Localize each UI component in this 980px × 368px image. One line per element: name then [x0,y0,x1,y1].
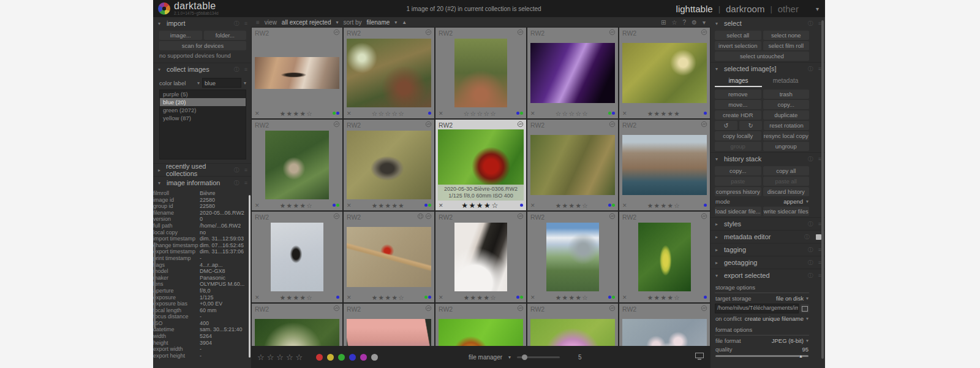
discard-history-button[interactable]: discard history [763,187,810,196]
thumbnail-cell[interactable]: RW2✕★★★★☆ [252,212,342,302]
thumbnail-cell[interactable]: RW2✕☆☆☆☆☆ [344,28,434,118]
rotate-cw-button[interactable]: ↻ [739,121,762,130]
invert-selection-button[interactable]: invert selection [715,41,761,50]
thumbnail-cell[interactable]: RW2✕★★★★☆ [252,120,342,210]
select-panel-header[interactable]: ▾ select ⓘ ≡ [710,17,825,29]
reset-icon[interactable]: ⓘ [804,233,810,241]
thumbnail-cell[interactable]: RW2✕★★★★★ [344,120,434,210]
star-rating[interactable]: ★★★★☆ [263,202,330,209]
photo-pink-thistle[interactable] [530,319,615,346]
collapsed-icon[interactable]: ▸ [715,221,720,227]
reject-icon[interactable]: ✕ [439,202,447,209]
chevron-down-icon[interactable]: ▾ [508,355,511,360]
chevron-down-icon[interactable]: ▾ [244,80,246,86]
styles-panel-header[interactable]: ▸ styles ⓘ ≡ [710,218,825,230]
thumbnail-cell[interactable]: RW2✕★★★★☆ [344,212,434,302]
reset-icon[interactable]: ⓘ [234,66,239,74]
trash-button[interactable]: trash [763,90,810,99]
select-all-button[interactable]: select all [715,31,761,40]
zoom-slider-knob[interactable] [522,355,527,360]
browse-folder-button[interactable] [801,304,809,313]
photo-lizard-grass[interactable] [530,135,615,195]
chevron-down-icon[interactable]: ▾ [806,316,809,321]
copy-button[interactable]: copy... [763,100,810,109]
yellow-color-label-button[interactable] [327,354,334,361]
quality-slider-marker[interactable]: ▲ [799,354,803,358]
photo-white-flowers[interactable] [622,319,707,346]
star-rating[interactable]: ★★★★★ [355,202,421,209]
recent-collections-panel-header[interactable]: ▸ recently used collections ⓘ ≡ [153,164,251,176]
collect-images-panel-header[interactable]: ▾ collect images ⓘ ≡ [153,63,251,75]
star-rating[interactable]: ★★★★☆ [631,294,697,301]
export-selected-panel-header[interactable]: ▾ export selected ⓘ ≡ [710,269,825,282]
sort-by-dropdown[interactable]: filename [367,19,390,26]
write-sidecar-files-button[interactable]: write sidecar files [763,207,810,216]
duplicate-button[interactable]: duplicate [763,110,810,120]
view-tab-other[interactable]: other [778,4,799,14]
thumbnail-cell[interactable]: RW2✕★★★★☆ [619,212,710,302]
star-rating[interactable]: ★★★★☆ [447,201,513,210]
reset-icon[interactable]: ⓘ [808,259,813,267]
photo-dragonfly-twig[interactable] [347,227,431,287]
filter-presets-icon[interactable]: ≡ [256,19,260,26]
compress-history-button[interactable]: compress history [715,187,761,196]
sort-direction-icon[interactable]: ▲ [402,20,407,25]
star-rating[interactable]: ★★★★☆ [631,202,697,209]
views-menu-caret-icon[interactable]: ▾ [816,6,819,12]
paste-all-button[interactable]: paste all [763,177,810,186]
thumbnail-cell[interactable]: RW2✕★★★★★ [619,28,710,118]
thumbnail-cell[interactable]: RW2✕☆☆☆☆☆ [435,28,526,118]
green-color-label-button[interactable] [338,354,345,361]
photo-garden-ornament[interactable] [347,39,431,107]
reset-rotation-button[interactable]: reset rotation [764,121,809,130]
star-rating[interactable]: ★★★★★ [631,110,697,117]
star-rating[interactable]: ☆☆☆☆☆ [355,110,421,117]
star-rating[interactable]: ★★★★☆ [539,294,605,301]
tagging-panel-header[interactable]: ▸ tagging ⓘ ≡ [710,243,825,256]
reset-icon[interactable]: ⓘ [808,20,813,28]
photo-mossy-stone[interactable] [255,319,339,346]
reject-icon[interactable]: ✕ [530,110,539,117]
chevron-down-icon[interactable]: ▾ [336,20,338,25]
star-rating[interactable]: ☆☆☆☆☆ [447,110,513,117]
thumbnail-cell[interactable]: RW2✕★★★★☆ [527,120,618,210]
red-color-label-button[interactable] [316,354,323,361]
collapsed-icon[interactable]: ▸ [715,247,720,253]
blue-color-label-button[interactable] [349,354,356,361]
expander-icon[interactable]: ▾ [158,180,163,186]
view-filter-dropdown[interactable]: all except rejected [282,19,331,26]
reject-icon[interactable]: ✕ [530,294,539,301]
reject-icon[interactable]: ✕ [530,202,539,209]
chevron-down-icon[interactable]: ▾ [394,20,397,25]
expander-icon[interactable]: ▾ [158,67,163,72]
reject-icon[interactable]: ✕ [622,110,631,117]
layout-mode-dropdown[interactable]: file manager [469,354,502,361]
import-image-button[interactable]: image... [159,31,202,40]
reject-icon[interactable]: ✕ [255,202,263,209]
star-rating[interactable]: ★★★★☆ [539,202,605,209]
history-mode-dropdown[interactable]: append [783,198,803,205]
photo-yellow-orchid[interactable] [638,223,691,291]
metadata-editor-panel-header[interactable]: ▸ metadata editor ⓘ [710,231,825,243]
history-stack-panel-header[interactable]: ▾ history stack ⓘ ≡ [710,153,825,165]
thumbnail-cell[interactable]: RW2✕★★★★☆ [619,120,710,210]
presets-icon[interactable]: ≡ [244,20,247,26]
move-button[interactable]: move... [715,100,761,109]
reset-icon[interactable]: ⓘ [808,155,813,163]
chevron-down-icon[interactable]: ▾ [197,80,200,86]
load-sidecar-file-button[interactable]: load sidecar file... [715,207,761,216]
reset-icon[interactable]: ⓘ [808,272,813,280]
selected-images-panel-header[interactable]: ▾ selected image[s] ⓘ ≡ [710,63,825,75]
thumbnail-cell[interactable]: RW22020-05-30-Bièvre-0306.RW21/125 f/8,0… [435,120,526,210]
star-rating[interactable]: ★★★★☆ [447,294,513,301]
ungroup-button[interactable]: ungroup [763,142,810,151]
import-folder-button[interactable]: folder... [204,31,247,40]
photo-aerial-house[interactable] [265,131,329,199]
photo-bird-sky[interactable] [271,223,323,291]
metadata-list-icon[interactable] [816,234,821,240]
gray-color-label-button[interactable] [371,354,378,361]
presets-icon[interactable]: ≡ [244,167,247,173]
view-tab-darkroom[interactable]: darkroom [726,4,764,14]
star-rating[interactable]: ★★★★☆ [263,294,330,301]
image-information-panel-header[interactable]: ▾ image information ⓘ ≡ [153,177,251,189]
